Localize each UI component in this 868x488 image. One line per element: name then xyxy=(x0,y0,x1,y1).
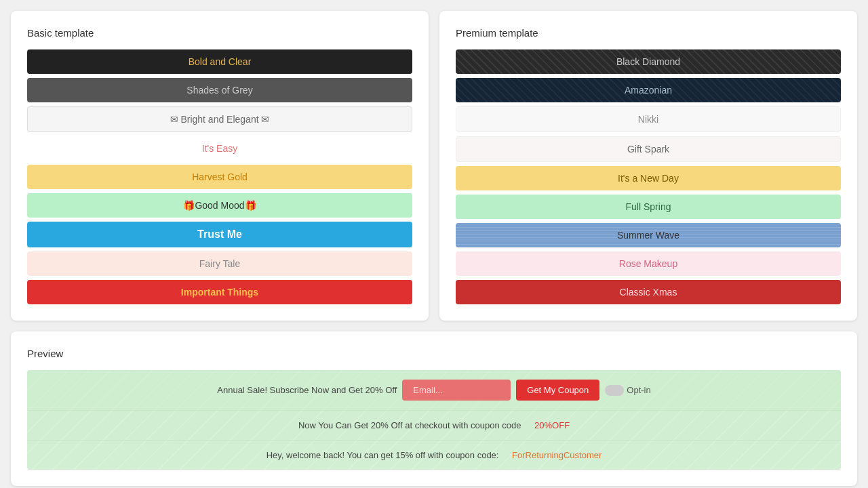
template-full-spring[interactable]: Full Spring xyxy=(456,195,841,219)
premium-panel-title: Premium template xyxy=(456,27,841,39)
template-good-mood[interactable]: 🎁Good Mood🎁 xyxy=(27,193,412,218)
template-summer-wave[interactable]: Summer Wave xyxy=(456,223,841,247)
opt-in-toggle[interactable] xyxy=(605,385,624,396)
premium-template-list: Black Diamond Amazonian Nikki Gift Spark… xyxy=(456,49,841,304)
basic-template-list: Bold and Clear Shades of Grey ✉ Bright a… xyxy=(27,49,412,304)
preview-row-returning: Hey, welcome back! You can get 15% off w… xyxy=(27,441,841,470)
email-input[interactable] xyxy=(402,380,511,401)
top-row: Basic template Bold and Clear Shades of … xyxy=(11,11,857,321)
main-layout: Basic template Bold and Clear Shades of … xyxy=(11,11,857,486)
preview-panel: Preview Annual Sale! Subscribe Now and G… xyxy=(11,331,857,486)
template-its-easy[interactable]: It's Easy xyxy=(27,136,412,161)
template-nikki[interactable]: Nikki xyxy=(456,106,841,132)
subscribe-text: Annual Sale! Subscribe Now and Get 20% O… xyxy=(217,385,397,395)
preview-content: Annual Sale! Subscribe Now and Get 20% O… xyxy=(27,370,841,470)
preview-row-subscribe: Annual Sale! Subscribe Now and Get 20% O… xyxy=(27,370,841,411)
basic-panel-title: Basic template xyxy=(27,27,412,39)
template-bold-clear[interactable]: Bold and Clear xyxy=(27,49,412,74)
preview-row-coupon: Now You Can Get 20% Off at checkout with… xyxy=(27,411,841,441)
coupon-code: 20%OFF xyxy=(534,420,570,430)
template-rose-makeup[interactable]: Rose Makeup xyxy=(456,251,841,276)
premium-template-panel: Premium template Black Diamond Amazonian… xyxy=(439,11,857,321)
coupon-text: Now You Can Get 20% Off at checkout with… xyxy=(298,420,521,430)
template-shades-grey[interactable]: Shades of Grey xyxy=(27,78,412,102)
returning-text: Hey, welcome back! You can get 15% off w… xyxy=(267,450,499,460)
template-gift-spark[interactable]: Gift Spark xyxy=(456,136,841,162)
template-harvest-gold[interactable]: Harvest Gold xyxy=(27,165,412,189)
template-new-day[interactable]: It's a New Day xyxy=(456,166,841,190)
template-black-diamond[interactable]: Black Diamond xyxy=(456,49,841,74)
template-amazonian[interactable]: Amazonian xyxy=(456,78,841,102)
template-bright-elegant[interactable]: ✉ Bright and Elegant ✉ xyxy=(27,106,412,132)
opt-in-area: Opt-in xyxy=(605,385,650,396)
template-classic-xmas[interactable]: Classic Xmas xyxy=(456,280,841,304)
template-fairy-tale[interactable]: Fairy Tale xyxy=(27,251,412,276)
preview-title: Preview xyxy=(27,348,841,359)
basic-template-panel: Basic template Bold and Clear Shades of … xyxy=(11,11,429,321)
opt-in-label: Opt-in xyxy=(627,385,650,395)
template-important-things[interactable]: Important Things xyxy=(27,280,412,304)
get-coupon-button[interactable]: Get My Coupon xyxy=(516,380,599,401)
template-trust-me[interactable]: Trust Me xyxy=(27,222,412,247)
returning-code: ForReturningCustomer xyxy=(512,450,601,460)
